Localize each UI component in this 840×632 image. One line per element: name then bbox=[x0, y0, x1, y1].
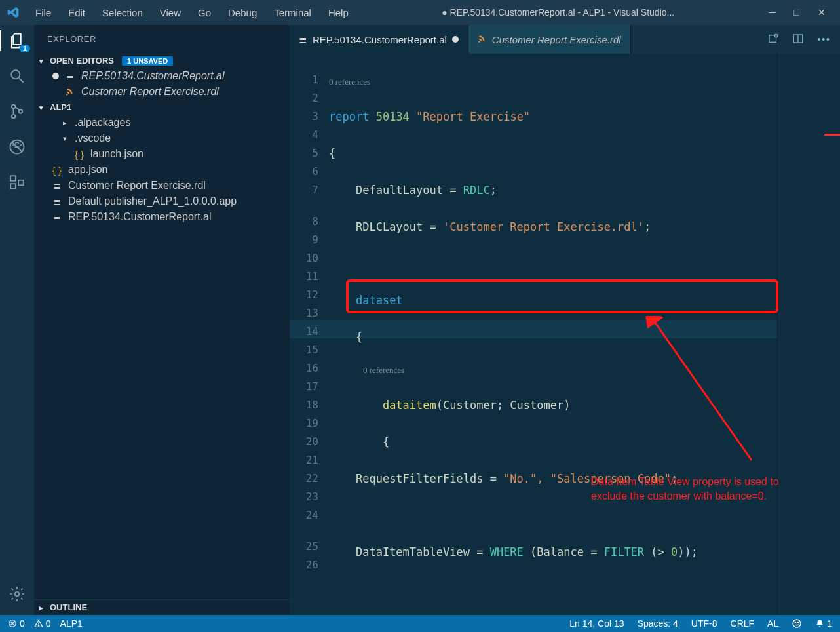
window-controls: ─ □ ✕ bbox=[760, 7, 835, 18]
chevron-down-icon bbox=[39, 56, 46, 66]
editor-area: ≣ REP.50134.CustomerReport.al Customer R… bbox=[290, 25, 840, 615]
menu-debug[interactable]: Debug bbox=[220, 5, 265, 21]
minimize-icon[interactable]: ─ bbox=[769, 7, 776, 18]
file-icon: ≣ bbox=[299, 33, 307, 45]
open-editor-item[interactable]: ≣ REP.50134.CustomerReport.al bbox=[34, 68, 290, 84]
open-editor-label: REP.50134.CustomerReport.al bbox=[81, 70, 225, 82]
maximize-icon[interactable]: □ bbox=[794, 7, 799, 18]
svg-line-1 bbox=[19, 78, 24, 83]
activity-bar: 1 bbox=[0, 25, 34, 615]
feedback-icon[interactable] bbox=[792, 618, 802, 629]
source-control-icon[interactable] bbox=[7, 101, 28, 122]
status-spaces[interactable]: Spaces: 4 bbox=[638, 618, 678, 629]
codelens[interactable]: 0 references bbox=[329, 76, 777, 89]
outline-header[interactable]: OUTLINE bbox=[34, 599, 290, 615]
menu-selection[interactable]: Selection bbox=[94, 5, 151, 21]
extensions-icon[interactable] bbox=[7, 172, 28, 193]
file-label: REP.50134.CustomerReport.al bbox=[68, 211, 212, 223]
explorer-icon[interactable]: 1 bbox=[7, 30, 28, 51]
rdl-icon bbox=[478, 34, 487, 45]
file-icon: ≣ bbox=[51, 180, 63, 191]
unsaved-badge: 1 UNSAVED bbox=[122, 56, 173, 66]
svg-point-20 bbox=[38, 625, 39, 626]
open-editor-label: Customer Report Exercise.rdl bbox=[81, 86, 219, 98]
svg-point-2 bbox=[12, 105, 15, 108]
file-label: launch.json bbox=[90, 148, 143, 160]
menu-edit[interactable]: Edit bbox=[60, 5, 93, 21]
compare-icon[interactable] bbox=[767, 33, 779, 47]
open-editor-item[interactable]: Customer Report Exercise.rdl bbox=[34, 84, 290, 100]
sidebar: EXPLORER OPEN EDITORS 1 UNSAVED ≣ REP.50… bbox=[34, 25, 290, 615]
status-lang[interactable]: AL bbox=[767, 618, 778, 629]
more-icon[interactable]: ••• bbox=[817, 34, 831, 45]
file-icon: ≣ bbox=[64, 70, 76, 82]
menu-help[interactable]: Help bbox=[320, 5, 356, 21]
debug-icon[interactable] bbox=[7, 136, 28, 157]
window-title: ● REP.50134.CustomerReport.al - ALP1 - V… bbox=[356, 7, 760, 18]
chevron-down-icon: ▾ bbox=[63, 134, 69, 143]
status-warnings[interactable]: 0 bbox=[34, 618, 51, 629]
title-bar: File Edit Selection View Go Debug Termin… bbox=[0, 0, 840, 25]
svg-point-21 bbox=[793, 620, 801, 627]
file-icon: ≣ bbox=[51, 211, 63, 223]
svg-point-22 bbox=[795, 622, 796, 623]
menu-bar: File Edit Selection View Go Debug Termin… bbox=[28, 5, 356, 21]
open-editors-label: OPEN EDITORS bbox=[50, 56, 114, 66]
status-eol[interactable]: CRLF bbox=[731, 618, 755, 629]
file-row[interactable]: { }app.json bbox=[34, 162, 290, 178]
file-icon: ≣ bbox=[51, 195, 63, 207]
svg-point-23 bbox=[798, 622, 799, 623]
status-encoding[interactable]: UTF-8 bbox=[691, 618, 717, 629]
tab-current-file[interactable]: ≣ REP.50134.CustomerReport.al bbox=[290, 25, 468, 54]
menu-terminal[interactable]: Terminal bbox=[266, 5, 319, 21]
folder-label: .alpackages bbox=[75, 117, 130, 128]
menu-go[interactable]: Go bbox=[190, 5, 219, 21]
minimap[interactable] bbox=[777, 54, 840, 615]
svg-point-4 bbox=[19, 109, 22, 113]
svg-rect-9 bbox=[18, 180, 24, 186]
explorer-badge: 1 bbox=[20, 45, 30, 52]
chevron-right-icon: ▸ bbox=[63, 119, 69, 127]
split-editor-icon[interactable] bbox=[792, 33, 804, 47]
code-content[interactable]: 0 references report 50134 "Report Exerci… bbox=[329, 54, 777, 615]
svg-point-10 bbox=[15, 592, 20, 597]
search-icon[interactable] bbox=[7, 66, 28, 87]
json-icon: { } bbox=[51, 165, 63, 176]
editor-body[interactable]: 1234567 89101112131415161718192021222324… bbox=[290, 54, 840, 615]
file-label: Default publisher_ALP1_1.0.0.0.app bbox=[68, 195, 237, 207]
folder-row[interactable]: ▸.alpackages bbox=[34, 115, 290, 130]
status-bar: 0 0 ALP1 Ln 14, Col 13 Spaces: 4 UTF-8 C… bbox=[0, 615, 840, 632]
status-errors[interactable]: 0 bbox=[8, 618, 25, 629]
status-cursor[interactable]: Ln 14, Col 13 bbox=[569, 618, 624, 629]
svg-point-0 bbox=[11, 70, 20, 79]
tabs: ≣ REP.50134.CustomerReport.al Customer R… bbox=[290, 25, 840, 54]
codelens[interactable]: 0 references bbox=[329, 365, 777, 378]
file-label: app.json bbox=[68, 164, 108, 176]
project-label: ALP1 bbox=[50, 102, 71, 112]
settings-icon[interactable] bbox=[7, 583, 28, 604]
file-row[interactable]: ≣Default publisher_ALP1_1.0.0.0.app bbox=[34, 193, 290, 209]
file-row[interactable]: ≣Customer Report Exercise.rdl bbox=[34, 178, 290, 193]
file-row[interactable]: { }launch.json bbox=[34, 146, 290, 162]
folder-row[interactable]: ▾.vscode bbox=[34, 130, 290, 146]
file-row[interactable]: ≣REP.50134.CustomerReport.al bbox=[34, 209, 290, 225]
notifications-icon[interactable]: 1 bbox=[815, 618, 832, 629]
dirty-dot-icon bbox=[52, 73, 59, 79]
svg-rect-7 bbox=[10, 176, 16, 181]
json-icon: { } bbox=[73, 149, 85, 160]
status-project[interactable]: ALP1 bbox=[60, 618, 83, 629]
tab-rdl-file[interactable]: Customer Report Exercise.rdl bbox=[468, 25, 631, 54]
open-editors-header[interactable]: OPEN EDITORS 1 UNSAVED bbox=[34, 53, 290, 68]
chevron-right-icon bbox=[39, 602, 46, 612]
folder-label: .vscode bbox=[75, 132, 111, 144]
tab-label: REP.50134.CustomerReport.al bbox=[313, 34, 447, 45]
project-header[interactable]: ALP1 bbox=[34, 100, 290, 115]
menu-file[interactable]: File bbox=[28, 5, 59, 21]
file-label: Customer Report Exercise.rdl bbox=[68, 180, 206, 191]
rdl-icon bbox=[64, 87, 76, 96]
menu-view[interactable]: View bbox=[152, 5, 189, 21]
svg-point-3 bbox=[12, 115, 15, 118]
sidebar-title: EXPLORER bbox=[34, 25, 290, 53]
svg-rect-8 bbox=[10, 184, 16, 189]
close-icon[interactable]: ✕ bbox=[818, 7, 826, 18]
